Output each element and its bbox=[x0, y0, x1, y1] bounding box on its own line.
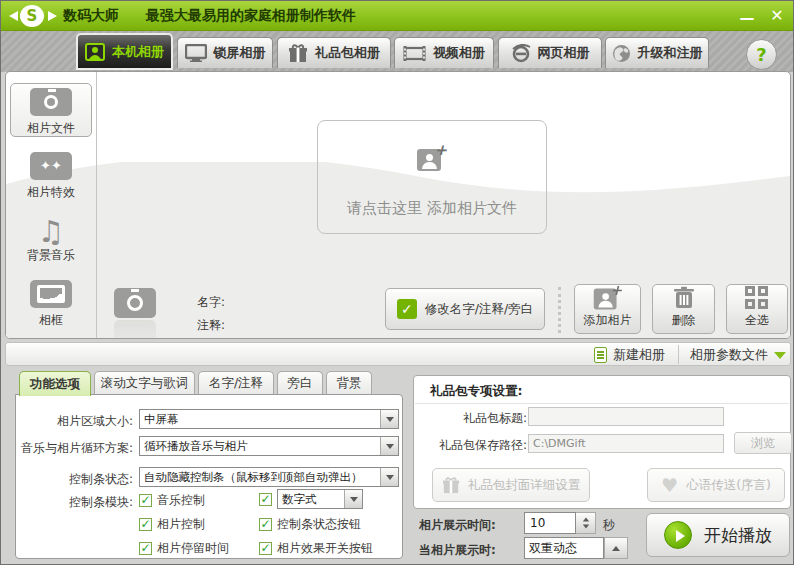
sidebar-item-photo-files[interactable]: 相片文件 bbox=[11, 88, 91, 137]
display-time-label: 相片展示时间: bbox=[419, 517, 496, 534]
new-album-label: 新建相册 bbox=[613, 346, 665, 364]
add-photos-dropzone[interactable]: + 请点击这里 添加相片文件 bbox=[317, 120, 547, 234]
album-bar: 新建相册 相册参数文件 bbox=[5, 342, 791, 366]
ie-icon bbox=[511, 44, 531, 63]
button-label: 全选 bbox=[745, 312, 769, 329]
checkbox-photo-effect-toggle[interactable]: ✓ 相片效果开关按钮 bbox=[259, 540, 373, 557]
checkbox-label: 相片控制 bbox=[157, 516, 205, 533]
trash-icon bbox=[671, 286, 697, 310]
checkbox-icon[interactable]: ✓ bbox=[259, 542, 272, 555]
checkbox-label: 相片效果开关按钮 bbox=[277, 540, 373, 557]
sidebar-item-photo-frame[interactable]: 相框 bbox=[11, 280, 91, 329]
display-time-spinner[interactable] bbox=[576, 512, 596, 534]
tab-label: 网页相册 bbox=[538, 44, 590, 62]
checkbox-icon[interactable]: ✓ bbox=[259, 493, 272, 506]
heart-message-button[interactable]: ♥ 心语传送(序言) bbox=[647, 468, 785, 502]
title-bar: S 数码大师 最强大最易用的家庭相册制作软件 — ✕ bbox=[1, 1, 794, 31]
display-mode-value[interactable]: 双重动态 bbox=[524, 537, 604, 559]
checkbox-label: 相片停留时间 bbox=[157, 540, 229, 557]
checkbox-music-control[interactable]: ✓ 音乐控制 bbox=[139, 492, 205, 509]
browse-button[interactable]: 浏览 bbox=[734, 432, 792, 454]
tab-label: 旁白 bbox=[288, 375, 313, 392]
tab-web-album[interactable]: 网页相册 bbox=[498, 37, 602, 68]
checkbox-icon[interactable]: ✓ bbox=[139, 542, 152, 555]
display-mode-dropup-button[interactable] bbox=[604, 537, 628, 559]
sidebar-item-label: 相片特效 bbox=[11, 184, 91, 201]
tab-giftpack-album[interactable]: 礼品包相册 bbox=[277, 37, 391, 68]
gift-icon bbox=[442, 477, 460, 494]
tab-background[interactable]: 背景 bbox=[326, 371, 372, 395]
digital-style-value: 数字式 bbox=[278, 492, 344, 507]
album-params-button[interactable]: 相册参数文件 bbox=[690, 346, 786, 364]
name-label: 名字: bbox=[197, 294, 225, 311]
checkbox-photo-control[interactable]: ✓ 相片控制 bbox=[139, 516, 205, 533]
button-label: 添加相片 bbox=[584, 312, 632, 329]
app-logo-icon: S bbox=[9, 5, 57, 27]
tab-local-album[interactable]: 本机相册 bbox=[76, 33, 173, 70]
grid-select-all-icon bbox=[744, 286, 770, 310]
gift-path-input[interactable] bbox=[528, 434, 724, 453]
add-photo-button[interactable]: + 添加相片 bbox=[574, 284, 641, 334]
tab-scrolling-text-lyrics[interactable]: 滚动文字与歌词 bbox=[94, 371, 195, 395]
checkbox-digital-display[interactable]: ✓ 数字式 bbox=[259, 489, 363, 509]
tab-label: 名字/注释 bbox=[209, 375, 263, 392]
tab-label: 背景 bbox=[337, 375, 362, 392]
dropdown-arrow-icon[interactable] bbox=[380, 468, 398, 486]
checkbox-icon[interactable]: ✓ bbox=[259, 518, 272, 531]
checkbox-photo-dwell-time[interactable]: ✓ 相片停留时间 bbox=[139, 540, 229, 557]
photo-icon bbox=[85, 43, 105, 61]
sidebar-item-label: 相片文件 bbox=[11, 120, 91, 137]
gift-title-label: 礼品包标题: bbox=[422, 410, 527, 427]
spinner-down-icon[interactable] bbox=[582, 525, 588, 529]
digital-style-select[interactable]: 数字式 bbox=[277, 489, 363, 509]
minimize-button[interactable]: — bbox=[735, 5, 759, 27]
tab-video-album[interactable]: 视频相册 bbox=[394, 37, 494, 68]
logo-letter: S bbox=[20, 5, 44, 27]
globe-icon bbox=[612, 44, 631, 63]
tab-function-options[interactable]: 功能选项 bbox=[19, 371, 91, 396]
checkbox-icon[interactable]: ✓ bbox=[139, 518, 152, 531]
add-photo-icon: + bbox=[417, 145, 447, 171]
chevron-down-icon bbox=[774, 352, 786, 359]
tab-lockscreen-album[interactable]: 锁屏相册 bbox=[177, 37, 273, 68]
help-button[interactable]: ? bbox=[746, 39, 777, 70]
spinner-up-icon[interactable] bbox=[582, 518, 588, 522]
gift-title-input[interactable] bbox=[528, 407, 724, 426]
tab-upgrade-register[interactable]: 升级和注册 bbox=[605, 37, 709, 68]
film-icon bbox=[403, 45, 426, 62]
close-button[interactable]: ✕ bbox=[765, 5, 789, 27]
sidebar-item-background-music[interactable]: ♫ 背景音乐 bbox=[11, 217, 91, 264]
play-button-label: 开始播放 bbox=[704, 524, 772, 547]
gift-cover-settings-button[interactable]: 礼品包封面详细设置 bbox=[432, 468, 590, 502]
camera-icon bbox=[114, 288, 156, 318]
monitor-icon bbox=[185, 44, 207, 62]
edit-name-note-button[interactable]: ✓ 修改名字/注释/旁白 bbox=[385, 288, 545, 330]
button-label: 心语传送(序言) bbox=[686, 477, 771, 494]
display-time-input[interactable] bbox=[524, 512, 576, 534]
new-album-button[interactable]: 新建相册 bbox=[594, 346, 665, 364]
dropzone-text: 请点击这里 添加相片文件 bbox=[318, 199, 546, 218]
select-all-button[interactable]: 全选 bbox=[726, 284, 788, 334]
loop-plan-select[interactable]: 循环播放音乐与相片 bbox=[139, 436, 399, 456]
frame-icon bbox=[30, 280, 72, 308]
photo-area-select[interactable]: 中屏幕 bbox=[139, 409, 399, 429]
dropdown-arrow-icon[interactable] bbox=[344, 490, 362, 508]
control-bar-state-select[interactable]: 自动隐藏控制条（鼠标移到顶部自动弹出） bbox=[139, 467, 399, 487]
delete-button[interactable]: 删除 bbox=[652, 284, 715, 334]
checkbox-icon[interactable]: ✓ bbox=[139, 494, 152, 507]
dropdown-arrow-icon[interactable] bbox=[380, 437, 398, 455]
tab-label: 升级和注册 bbox=[638, 44, 703, 62]
app-window: S 数码大师 最强大最易用的家庭相册制作软件 — ✕ 本机相册 锁屏相册 礼品包… bbox=[0, 0, 794, 565]
tab-narration[interactable]: 旁白 bbox=[277, 371, 323, 395]
tab-name-note[interactable]: 名字/注释 bbox=[198, 371, 274, 395]
control-bar-state-value: 自动隐藏控制条（鼠标移到顶部自动弹出） bbox=[140, 470, 380, 485]
checkbox-label: 控制条状态按钮 bbox=[277, 516, 361, 533]
checkbox-control-bar-state-button[interactable]: ✓ 控制条状态按钮 bbox=[259, 516, 361, 533]
dropdown-arrow-icon[interactable] bbox=[380, 410, 398, 428]
sidebar-item-photo-effects[interactable]: ✦✦ 相片特效 bbox=[11, 152, 91, 201]
sidebar: 相片文件 ✦✦ 相片特效 ♫ 背景音乐 相框 bbox=[6, 72, 97, 338]
gift-pack-header: 礼品包专项设置: bbox=[430, 383, 523, 400]
sparkles-icon: ✦✦ bbox=[30, 152, 72, 180]
chevron-up-icon bbox=[612, 546, 620, 551]
start-playback-button[interactable]: 开始播放 bbox=[646, 513, 790, 557]
